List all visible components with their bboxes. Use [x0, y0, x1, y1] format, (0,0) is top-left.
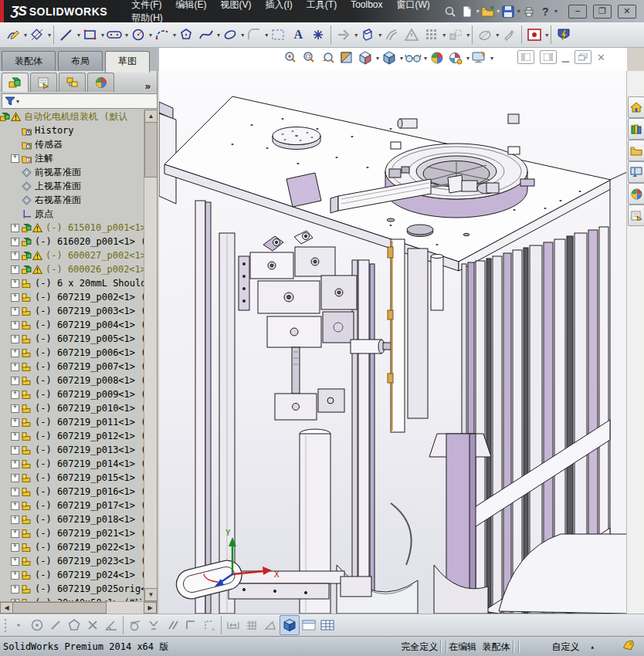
view-settings-icon[interactable] [471, 49, 488, 66]
help-dropdown-icon[interactable]: ▾ [554, 8, 558, 15]
save-icon[interactable] [500, 4, 516, 19]
length-snap-icon[interactable] [224, 616, 242, 634]
alert-icon[interactable] [402, 25, 422, 45]
tree-expander-icon[interactable]: + [11, 432, 19, 441]
tree-expander-icon[interactable]: + [11, 502, 19, 510]
polygon-icon[interactable] [176, 25, 196, 45]
tree-row[interactable]: + (-) 607219_p008<1> (默认 [9, 374, 144, 387]
view-orientation-icon[interactable] [357, 49, 374, 66]
tree-expander-icon[interactable]: + [11, 265, 19, 274]
scroll-left-icon[interactable]: ◀ [0, 602, 13, 614]
shaded-contours-icon[interactable] [554, 25, 574, 45]
open-folder-icon[interactable] [480, 4, 496, 19]
close-doc-icon[interactable]: ✕ [597, 52, 605, 63]
tree-row[interactable]: + (-) 607219_p013<1> (默认 [9, 443, 144, 457]
tree-expander-icon[interactable]: + [11, 446, 19, 455]
tree-row[interactable]: + (-) 607219_p025orig<1> [9, 582, 144, 596]
table-grid-icon[interactable] [318, 616, 337, 634]
point-icon[interactable] [308, 25, 328, 45]
tree-row[interactable]: + (-) 607219_p021<1> (默认 [9, 526, 144, 540]
graphics-viewport[interactable]: ▾ ▾ ▾ ▾ ▾ ▁ ✕ [159, 48, 627, 614]
tree-row[interactable]: + (-) 607219_p022<1> (默认 [9, 540, 144, 554]
file-explorer-icon[interactable] [628, 140, 644, 161]
configurationmanager-icon[interactable] [59, 73, 86, 92]
tree-expander-icon[interactable]: + [11, 585, 19, 593]
search-icon[interactable] [443, 4, 459, 19]
restore-doc-icon[interactable] [575, 50, 591, 64]
hide-show-dropdown-icon[interactable]: ▾ [424, 55, 427, 62]
orientation-dropdown-icon[interactable]: ▾ [376, 55, 379, 62]
tree-row[interactable]: + (-) 607219_p016<1> (默认 [9, 485, 144, 499]
move-entities-icon[interactable] [446, 25, 466, 45]
tree-expander-icon[interactable]: + [11, 460, 19, 468]
tree-row[interactable]: + (-) 30x40x50<1> (默认<< [9, 596, 144, 601]
instant2d-icon[interactable] [524, 25, 544, 45]
status-custom-arrow-icon[interactable]: ▴ [591, 643, 595, 651]
instant2d-dropdown-icon[interactable]: ▾ [545, 32, 548, 39]
tree-vertical-scrollbar[interactable]: ▲ ▼ [144, 110, 157, 601]
tree-expander-icon[interactable]: + [11, 474, 19, 482]
document-tab[interactable]: 装配体 [2, 51, 56, 73]
tree-row[interactable]: + (-) 616020_p001<1> (默认 [9, 235, 144, 249]
move-dropdown-icon[interactable]: ▾ [466, 32, 469, 39]
section-view-icon[interactable] [338, 49, 355, 66]
parallel-snap-icon[interactable] [163, 616, 181, 634]
menu-item[interactable]: Toolbox [344, 0, 389, 10]
zoom-fit-icon[interactable] [283, 49, 300, 66]
tree-expander-icon[interactable]: + [11, 349, 19, 357]
tree-row[interactable]: + (-) 607219_p003<1> (默认 [9, 304, 144, 318]
tree-row[interactable]: + (-) 607219_p018<1> (默认 [9, 512, 144, 526]
tag-icon[interactable] [622, 641, 635, 653]
tree-expander-icon[interactable]: + [11, 335, 19, 343]
fillet-icon[interactable] [244, 25, 264, 45]
tree-expander-icon[interactable]: + [11, 543, 19, 552]
help-icon[interactable]: ? [537, 4, 553, 19]
menu-item[interactable]: 帮助(H) [124, 12, 170, 23]
tree-row[interactable]: + (-) 607219_p004<1> (默认 [9, 318, 144, 332]
perpendicular-snap-icon[interactable] [181, 616, 200, 634]
rectangle-icon[interactable] [80, 25, 100, 45]
document-tab[interactable]: 草图 [105, 51, 150, 73]
tree-expander-icon[interactable]: + [11, 488, 19, 496]
save-dropdown-icon[interactable]: ▾ [517, 8, 520, 15]
document-tab[interactable]: 布局 [58, 51, 103, 73]
arc-icon[interactable] [152, 25, 172, 45]
tree-row[interactable]: + (-) 607219_p002<1> (默认 [9, 290, 144, 304]
circle-icon[interactable] [128, 25, 148, 45]
panel-expand-icon[interactable]: » [145, 80, 151, 92]
tree-expander-icon[interactable]: + [11, 307, 19, 316]
tree-row[interactable]: + (-) 607219_p014<1> (默认 [9, 457, 144, 471]
menu-item[interactable]: 文件(F) [124, 0, 168, 10]
line-snap-icon[interactable] [46, 616, 65, 634]
tree-row[interactable]: + (-) 600027_p002<1> (默认 [9, 249, 144, 262]
offset-icon[interactable] [381, 25, 402, 45]
minimize-doc-icon[interactable]: ▁ [562, 52, 569, 63]
tangent-snap-icon[interactable] [126, 616, 144, 634]
close-window-icon[interactable]: ✕ [618, 5, 636, 19]
tree-expander-icon[interactable]: + [11, 516, 19, 524]
hide-show-items-icon[interactable] [405, 49, 422, 66]
featuremanager-tree-icon[interactable] [2, 73, 29, 92]
status-custom-text[interactable]: 自定义 [552, 641, 580, 654]
scroll-right-icon[interactable]: ▶ [144, 602, 157, 614]
tree-row[interactable]: + 原点 [9, 207, 144, 221]
repair-sketch-icon[interactable] [499, 25, 519, 45]
model-canvas[interactable]: Y X [159, 71, 627, 614]
displaymanager-icon[interactable] [87, 73, 114, 92]
tree-row[interactable]: + 右视基准面 [9, 193, 144, 207]
smart-dimension-icon[interactable] [27, 25, 47, 45]
tree-expander-icon[interactable]: + [11, 557, 19, 566]
tree-row[interactable]: + (-) 607219_p024<1> (默认 [9, 568, 144, 582]
scene-dropdown-icon[interactable]: ▾ [466, 55, 469, 62]
menu-item[interactable]: 视图(V) [214, 0, 259, 10]
single-pane-icon[interactable] [300, 616, 318, 634]
tree-expander-icon[interactable]: + [11, 418, 19, 427]
midpoint-snap-icon[interactable] [144, 616, 163, 634]
shaded-view-cube-icon[interactable] [280, 615, 300, 635]
tree-row[interactable]: + (-) 607219_p010<1> (默认 [9, 401, 144, 415]
tree-expander-icon[interactable]: + [11, 529, 19, 538]
spline-icon[interactable] [196, 25, 216, 45]
tree-expander-icon[interactable]: + [11, 404, 19, 413]
scroll-up-icon[interactable]: ▲ [144, 110, 158, 123]
menu-item[interactable]: 插入(I) [259, 0, 300, 10]
